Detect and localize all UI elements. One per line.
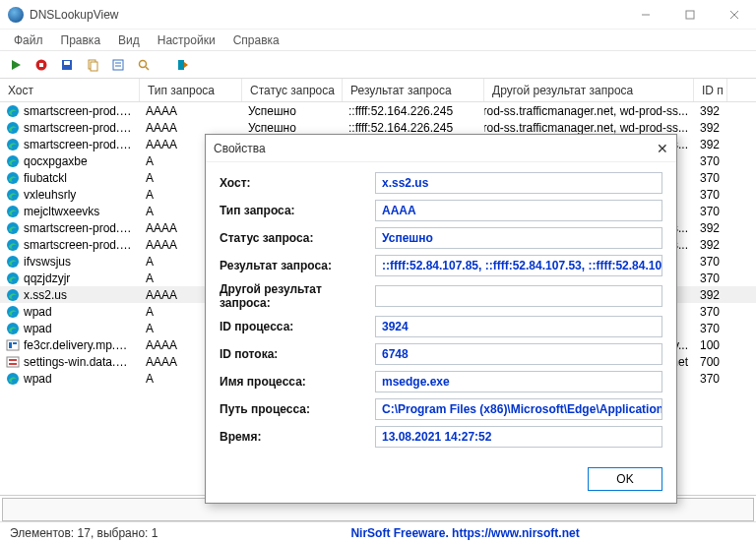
cell-host: smartscreen-prod.mic... — [24, 238, 134, 252]
cell-id: 392 — [694, 119, 727, 136]
row-icon — [6, 121, 20, 135]
field-label: Путь процесса: — [220, 402, 375, 416]
svg-rect-8 — [64, 61, 70, 65]
dialog-field: Результат запроса:::ffff:52.84.107.85, :… — [220, 255, 662, 276]
cell-id: 392 — [694, 136, 727, 152]
dialog-titlebar[interactable]: Свойства ✕ — [206, 135, 676, 162]
dialog-field: Другой результат запроса: — [220, 282, 662, 310]
save-icon[interactable] — [57, 55, 77, 75]
row-icon — [6, 104, 20, 118]
app-icon — [8, 7, 24, 23]
dialog-field: Путь процесса:C:\Program Files (x86)\Mic… — [220, 398, 662, 420]
cell-result: ::ffff:52.164.226.245 — [343, 102, 484, 119]
row-icon — [6, 255, 20, 269]
play-icon[interactable] — [6, 55, 26, 75]
dialog-field: ID потока:6748 — [220, 343, 662, 365]
svg-rect-6 — [39, 63, 43, 67]
stop-icon[interactable] — [32, 55, 51, 75]
cell-host: smartscreen-prod.mic... — [24, 138, 134, 151]
svg-rect-36 — [9, 363, 17, 365]
row-icon — [6, 221, 20, 235]
cell-id: 370 — [694, 253, 727, 270]
cell-id: 370 — [694, 186, 727, 203]
field-value[interactable]: C:\Program Files (x86)\Microsoft\Edge\Ap… — [375, 398, 662, 420]
menubar: Файл Правка Вид Настройки Справка — [0, 30, 756, 51]
dialog-field: Имя процесса:msedge.exe — [220, 371, 662, 392]
menu-help[interactable]: Справка — [225, 31, 287, 49]
svg-rect-33 — [13, 342, 17, 344]
status-link[interactable]: NirSoft Freeware. https://www.nirsoft.ne… — [350, 526, 579, 540]
field-value[interactable] — [375, 285, 662, 307]
row-icon — [6, 372, 20, 386]
field-value[interactable]: 3924 — [375, 316, 662, 337]
cell-host: wpad — [24, 372, 52, 386]
field-label: Имя процесса: — [220, 375, 375, 389]
menu-settings[interactable]: Настройки — [150, 31, 223, 49]
field-value[interactable]: ::ffff:52.84.107.85, ::ffff:52.84.107.53… — [375, 255, 662, 276]
cell-type: AAAA — [140, 102, 242, 119]
find-icon[interactable] — [134, 55, 154, 75]
cell-id: 370 — [694, 152, 727, 169]
ok-button[interactable]: OK — [588, 467, 662, 491]
cell-host: vxleuhsrly — [24, 188, 76, 202]
table-header: Хост Тип запроса Статус запроса Результа… — [0, 79, 756, 102]
statusbar: Элементов: 17, выбрано: 1 NirSoft Freewa… — [0, 521, 756, 543]
cell-host: qqzjdzyjr — [24, 272, 70, 285]
minimize-button[interactable] — [623, 0, 667, 30]
cell-id: 370 — [694, 203, 727, 219]
row-icon — [6, 138, 20, 151]
col-result[interactable]: Результат запроса — [343, 79, 484, 101]
svg-rect-11 — [113, 60, 123, 70]
col-id[interactable]: ID п — [694, 79, 727, 101]
table-row[interactable]: smartscreen-prod.mic...AAAAУспешно::ffff… — [0, 102, 756, 119]
cell-host: ifvswsjus — [24, 255, 71, 269]
cell-host: wpad — [24, 305, 52, 319]
cell-host: settings-win.data.mic... — [24, 355, 134, 369]
field-value[interactable]: Успешно — [375, 227, 662, 249]
maximize-button[interactable] — [667, 0, 712, 30]
field-value[interactable]: 13.08.2021 14:27:52 — [375, 426, 662, 448]
cell-id: 370 — [694, 270, 727, 286]
close-button[interactable] — [712, 0, 756, 30]
field-label: ID процесса: — [220, 320, 375, 333]
dialog-field: ID процесса:3924 — [220, 316, 662, 337]
cell-host: x.ss2.us — [24, 288, 67, 302]
row-icon — [6, 355, 20, 369]
menu-file[interactable]: Файл — [6, 31, 51, 49]
field-label: Результат запроса: — [220, 259, 375, 272]
col-other[interactable]: Другой результат запроса — [484, 79, 694, 101]
app-title: DNSLookupView — [30, 8, 119, 22]
row-icon — [6, 305, 20, 319]
field-value[interactable]: msedge.exe — [375, 371, 662, 392]
row-icon — [6, 338, 20, 352]
field-value[interactable]: x.ss2.us — [375, 172, 662, 194]
cell-id: 392 — [694, 102, 727, 119]
cell-host: fiubatckl — [24, 171, 67, 185]
toolbar — [0, 51, 756, 79]
cell-host: qocxpgaxbe — [24, 154, 88, 168]
field-value[interactable]: AAAA — [375, 200, 662, 221]
row-icon — [6, 154, 20, 168]
window-controls — [623, 0, 756, 30]
dialog-close-icon[interactable]: ✕ — [657, 141, 668, 156]
col-status[interactable]: Статус запроса — [242, 79, 343, 101]
field-label: Время: — [220, 430, 375, 444]
dialog-field: Хост:x.ss2.us — [220, 172, 662, 194]
col-host[interactable]: Хост — [0, 79, 140, 101]
exit-icon[interactable] — [173, 55, 193, 75]
dialog-field: Статус запроса:Успешно — [220, 227, 662, 249]
field-value[interactable]: 6748 — [375, 343, 662, 365]
row-icon — [6, 322, 20, 335]
dialog-field: Время:13.08.2021 14:27:52 — [220, 426, 662, 448]
svg-rect-1 — [686, 11, 694, 19]
col-type[interactable]: Тип запроса — [140, 79, 242, 101]
cell-host: smartscreen-prod.mic... — [24, 104, 134, 118]
svg-rect-16 — [178, 60, 184, 70]
properties-icon[interactable] — [108, 55, 128, 75]
menu-edit[interactable]: Правка — [53, 31, 109, 49]
menu-view[interactable]: Вид — [110, 31, 148, 49]
cell-host: fe3cr.delivery.mp.mic... — [24, 338, 134, 352]
cell-id: 392 — [694, 286, 727, 303]
copy-icon[interactable] — [83, 55, 102, 75]
row-icon — [6, 272, 20, 285]
